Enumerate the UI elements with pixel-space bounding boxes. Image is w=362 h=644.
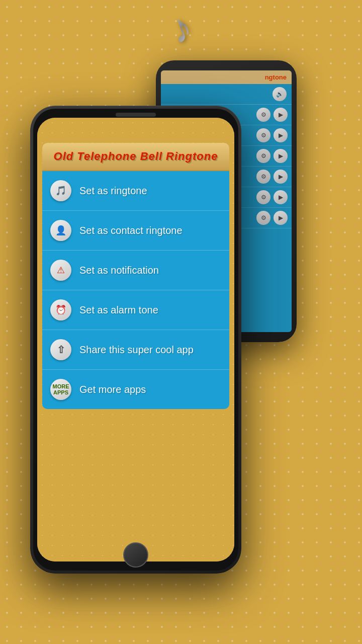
phone-back-header: ngtone	[161, 70, 292, 84]
phone-front: Old Telephone Bell Ringtone 🎵 Set as rin…	[30, 106, 241, 574]
back-play-icon-3[interactable]: ▶	[274, 149, 288, 163]
back-play-icon-4[interactable]: ▶	[274, 170, 288, 184]
notification-icon: ⚠	[50, 260, 71, 281]
back-gear-icon-5[interactable]: ⚙	[256, 190, 270, 204]
menu-label-share: Share this super cool app	[79, 344, 194, 356]
menu-item-contact-ringtone[interactable]: 👤 Set as contact ringtone	[42, 211, 229, 251]
music-note-icon: 🎵	[50, 180, 71, 201]
phone-screen: Old Telephone Bell Ringtone 🎵 Set as rin…	[37, 118, 234, 561]
phone-front-inner: Old Telephone Bell Ringtone 🎵 Set as rin…	[33, 109, 238, 571]
menu-item-share[interactable]: ⇧ Share this super cool app	[42, 330, 229, 370]
phone-notch	[116, 113, 156, 117]
phone-back-speaker-row: 🔊	[161, 84, 292, 105]
alarm-icon: ⏰	[50, 299, 71, 320]
menu-label-notification: Set as notification	[79, 265, 159, 276]
menu-item-notification[interactable]: ⚠ Set as notification	[42, 251, 229, 290]
app-title: Old Telephone Bell Ringtone	[54, 150, 218, 163]
app-title-bar: Old Telephone Bell Ringtone	[42, 143, 229, 171]
back-play-icon-1[interactable]: ▶	[274, 108, 288, 122]
back-gear-icon-3[interactable]: ⚙	[256, 149, 270, 163]
menu-label-alarm: Set as alarm tone	[79, 304, 158, 316]
more-apps-icon: MOREAPPS	[50, 379, 71, 400]
menu-item-alarm[interactable]: ⏰ Set as alarm tone	[42, 290, 229, 330]
back-gear-icon-4[interactable]: ⚙	[256, 170, 270, 184]
menu-label-contact-ringtone: Set as contact ringtone	[79, 225, 183, 236]
phone-home-button[interactable]	[123, 542, 148, 568]
back-gear-icon-2[interactable]: ⚙	[256, 128, 270, 142]
contact-icon: 👤	[50, 220, 71, 241]
app-content: Old Telephone Bell Ringtone 🎵 Set as rin…	[42, 143, 229, 409]
menu-item-ringtone[interactable]: 🎵 Set as ringtone	[42, 171, 229, 211]
share-icon: ⇧	[50, 339, 71, 360]
back-gear-icon-1[interactable]: ⚙	[256, 108, 270, 122]
menu-label-ringtone: Set as ringtone	[79, 185, 147, 197]
back-gear-icon-6[interactable]: ⚙	[256, 211, 270, 225]
back-play-icon-6[interactable]: ▶	[274, 211, 288, 225]
menu-item-more-apps[interactable]: MOREAPPS Get more apps	[42, 370, 229, 409]
menu-label-more-apps: Get more apps	[79, 384, 146, 395]
menu-list: 🎵 Set as ringtone 👤 Set as contact ringt…	[42, 171, 229, 409]
speaker-icon: 🔊	[273, 87, 287, 101]
back-play-icon-2[interactable]: ▶	[274, 128, 288, 142]
back-play-icon-5[interactable]: ▶	[274, 190, 288, 204]
